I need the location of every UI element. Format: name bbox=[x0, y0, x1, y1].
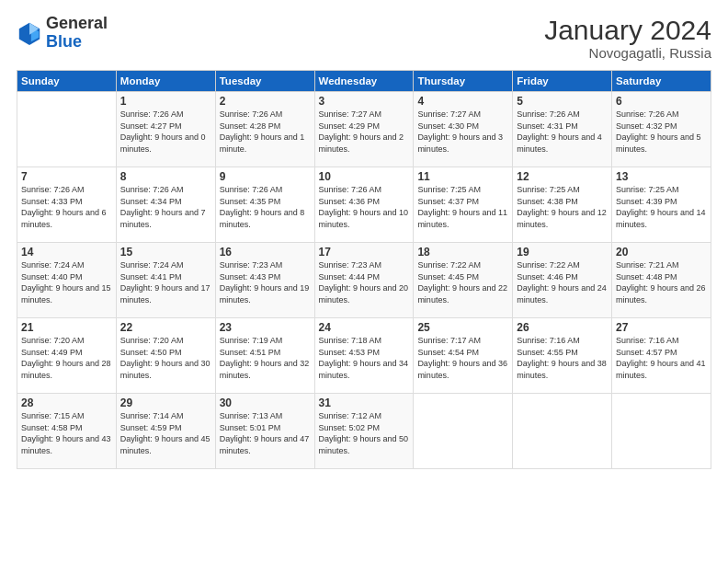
location: Novogagatli, Russia bbox=[544, 45, 711, 61]
cell-info: Sunrise: 7:17 AMSunset: 4:54 PMDaylight:… bbox=[417, 335, 508, 381]
cell-info: Sunrise: 7:25 AMSunset: 4:38 PMDaylight:… bbox=[517, 184, 608, 230]
title-block: January 2024 Novogagatli, Russia bbox=[544, 15, 711, 61]
page: General Blue January 2024 Novogagatli, R… bbox=[0, 0, 728, 563]
calendar-cell: 30Sunrise: 7:13 AMSunset: 5:01 PMDayligh… bbox=[215, 394, 314, 469]
calendar-cell: 23Sunrise: 7:19 AMSunset: 4:51 PMDayligh… bbox=[215, 318, 314, 394]
day-number: 3 bbox=[319, 95, 410, 108]
day-number: 15 bbox=[120, 246, 211, 259]
day-number: 7 bbox=[21, 170, 112, 183]
day-number: 16 bbox=[220, 246, 311, 259]
cell-info: Sunrise: 7:21 AMSunset: 4:48 PMDaylight:… bbox=[616, 259, 707, 305]
calendar-cell: 2Sunrise: 7:26 AMSunset: 4:28 PMDaylight… bbox=[215, 92, 314, 167]
calendar-cell: 1Sunrise: 7:26 AMSunset: 4:27 PMDaylight… bbox=[116, 92, 215, 167]
cell-info: Sunrise: 7:19 AMSunset: 4:51 PMDaylight:… bbox=[220, 335, 311, 381]
day-number: 13 bbox=[616, 170, 707, 183]
logo-blue: Blue bbox=[46, 33, 108, 52]
cell-info: Sunrise: 7:26 AMSunset: 4:36 PMDaylight:… bbox=[319, 184, 410, 230]
day-number: 10 bbox=[319, 170, 410, 183]
header-col-thursday: Thursday bbox=[414, 71, 513, 92]
cell-info: Sunrise: 7:26 AMSunset: 4:32 PMDaylight:… bbox=[616, 109, 707, 155]
cell-info: Sunrise: 7:13 AMSunset: 5:01 PMDaylight:… bbox=[220, 410, 311, 456]
day-number: 26 bbox=[517, 321, 608, 334]
cell-info: Sunrise: 7:23 AMSunset: 4:44 PMDaylight:… bbox=[319, 259, 410, 305]
calendar-cell: 8Sunrise: 7:26 AMSunset: 4:34 PMDaylight… bbox=[116, 167, 215, 243]
day-number: 22 bbox=[120, 321, 211, 334]
calendar-cell: 19Sunrise: 7:22 AMSunset: 4:46 PMDayligh… bbox=[513, 243, 612, 318]
week-row-0: 1Sunrise: 7:26 AMSunset: 4:27 PMDaylight… bbox=[17, 92, 711, 167]
day-number: 1 bbox=[120, 95, 211, 108]
calendar-cell: 14Sunrise: 7:24 AMSunset: 4:40 PMDayligh… bbox=[17, 243, 117, 318]
week-row-3: 21Sunrise: 7:20 AMSunset: 4:49 PMDayligh… bbox=[17, 318, 711, 394]
logo: General Blue bbox=[17, 15, 108, 52]
header-col-saturday: Saturday bbox=[612, 71, 711, 92]
calendar-cell: 15Sunrise: 7:24 AMSunset: 4:41 PMDayligh… bbox=[116, 243, 215, 318]
cell-info: Sunrise: 7:16 AMSunset: 4:55 PMDaylight:… bbox=[517, 335, 608, 381]
cell-info: Sunrise: 7:26 AMSunset: 4:33 PMDaylight:… bbox=[21, 184, 112, 230]
day-number: 24 bbox=[319, 321, 410, 334]
day-number: 25 bbox=[417, 321, 508, 334]
day-number: 30 bbox=[220, 396, 311, 409]
calendar-cell: 9Sunrise: 7:26 AMSunset: 4:35 PMDaylight… bbox=[215, 167, 314, 243]
day-number: 11 bbox=[417, 170, 508, 183]
calendar-cell: 20Sunrise: 7:21 AMSunset: 4:48 PMDayligh… bbox=[612, 243, 711, 318]
calendar-cell bbox=[513, 394, 612, 469]
calendar-header-row: SundayMondayTuesdayWednesdayThursdayFrid… bbox=[17, 71, 711, 92]
cell-info: Sunrise: 7:22 AMSunset: 4:46 PMDaylight:… bbox=[517, 259, 608, 305]
calendar-cell: 29Sunrise: 7:14 AMSunset: 4:59 PMDayligh… bbox=[116, 394, 215, 469]
logo-text: General Blue bbox=[46, 15, 108, 52]
cell-info: Sunrise: 7:25 AMSunset: 4:37 PMDaylight:… bbox=[417, 184, 508, 230]
day-number: 8 bbox=[120, 170, 211, 183]
cell-info: Sunrise: 7:15 AMSunset: 4:58 PMDaylight:… bbox=[21, 410, 112, 456]
calendar-cell: 27Sunrise: 7:16 AMSunset: 4:57 PMDayligh… bbox=[612, 318, 711, 394]
cell-info: Sunrise: 7:23 AMSunset: 4:43 PMDaylight:… bbox=[220, 259, 311, 305]
header-col-tuesday: Tuesday bbox=[215, 71, 314, 92]
cell-info: Sunrise: 7:12 AMSunset: 5:02 PMDaylight:… bbox=[319, 410, 410, 456]
cell-info: Sunrise: 7:18 AMSunset: 4:53 PMDaylight:… bbox=[319, 335, 410, 381]
calendar-cell: 21Sunrise: 7:20 AMSunset: 4:49 PMDayligh… bbox=[17, 318, 117, 394]
calendar-cell: 10Sunrise: 7:26 AMSunset: 4:36 PMDayligh… bbox=[314, 167, 414, 243]
cell-info: Sunrise: 7:27 AMSunset: 4:30 PMDaylight:… bbox=[417, 109, 508, 155]
day-number: 31 bbox=[319, 396, 410, 409]
calendar-cell: 17Sunrise: 7:23 AMSunset: 4:44 PMDayligh… bbox=[314, 243, 414, 318]
day-number: 23 bbox=[220, 321, 311, 334]
cell-info: Sunrise: 7:26 AMSunset: 4:28 PMDaylight:… bbox=[220, 109, 311, 155]
day-number: 12 bbox=[517, 170, 608, 183]
logo-icon bbox=[17, 20, 42, 46]
calendar-body: 1Sunrise: 7:26 AMSunset: 4:27 PMDaylight… bbox=[17, 92, 711, 469]
calendar-cell: 31Sunrise: 7:12 AMSunset: 5:02 PMDayligh… bbox=[314, 394, 414, 469]
day-number: 14 bbox=[21, 246, 112, 259]
day-number: 19 bbox=[517, 246, 608, 259]
header-col-friday: Friday bbox=[513, 71, 612, 92]
calendar-cell: 6Sunrise: 7:26 AMSunset: 4:32 PMDaylight… bbox=[612, 92, 711, 167]
week-row-2: 14Sunrise: 7:24 AMSunset: 4:40 PMDayligh… bbox=[17, 243, 711, 318]
day-number: 28 bbox=[21, 396, 112, 409]
month-year: January 2024 bbox=[544, 15, 711, 45]
calendar-cell: 18Sunrise: 7:22 AMSunset: 4:45 PMDayligh… bbox=[414, 243, 513, 318]
calendar-cell: 11Sunrise: 7:25 AMSunset: 4:37 PMDayligh… bbox=[414, 167, 513, 243]
day-number: 21 bbox=[21, 321, 112, 334]
calendar-cell bbox=[612, 394, 711, 469]
day-number: 9 bbox=[220, 170, 311, 183]
calendar-cell: 13Sunrise: 7:25 AMSunset: 4:39 PMDayligh… bbox=[612, 167, 711, 243]
calendar-cell: 12Sunrise: 7:25 AMSunset: 4:38 PMDayligh… bbox=[513, 167, 612, 243]
calendar-cell: 3Sunrise: 7:27 AMSunset: 4:29 PMDaylight… bbox=[314, 92, 414, 167]
cell-info: Sunrise: 7:25 AMSunset: 4:39 PMDaylight:… bbox=[616, 184, 707, 230]
calendar-cell bbox=[414, 394, 513, 469]
calendar-cell bbox=[17, 92, 117, 167]
day-number: 27 bbox=[616, 321, 707, 334]
day-number: 29 bbox=[120, 396, 211, 409]
calendar-cell: 28Sunrise: 7:15 AMSunset: 4:58 PMDayligh… bbox=[17, 394, 117, 469]
cell-info: Sunrise: 7:26 AMSunset: 4:35 PMDaylight:… bbox=[220, 184, 311, 230]
day-number: 2 bbox=[220, 95, 311, 108]
calendar-cell: 26Sunrise: 7:16 AMSunset: 4:55 PMDayligh… bbox=[513, 318, 612, 394]
header: General Blue January 2024 Novogagatli, R… bbox=[17, 15, 711, 61]
calendar-cell: 7Sunrise: 7:26 AMSunset: 4:33 PMDaylight… bbox=[17, 167, 117, 243]
cell-info: Sunrise: 7:14 AMSunset: 4:59 PMDaylight:… bbox=[120, 410, 211, 456]
day-number: 18 bbox=[417, 246, 508, 259]
day-number: 6 bbox=[616, 95, 707, 108]
day-number: 5 bbox=[517, 95, 608, 108]
cell-info: Sunrise: 7:24 AMSunset: 4:41 PMDaylight:… bbox=[120, 259, 211, 305]
header-col-wednesday: Wednesday bbox=[314, 71, 414, 92]
cell-info: Sunrise: 7:27 AMSunset: 4:29 PMDaylight:… bbox=[319, 109, 410, 155]
calendar-cell: 24Sunrise: 7:18 AMSunset: 4:53 PMDayligh… bbox=[314, 318, 414, 394]
